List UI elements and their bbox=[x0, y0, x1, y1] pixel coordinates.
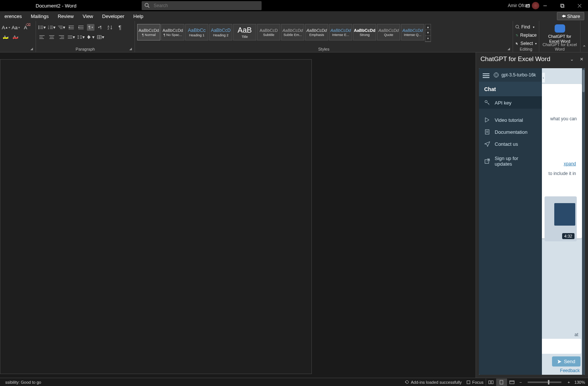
pane-menu-button[interactable]: ⌄ bbox=[570, 57, 574, 62]
svg-point-9 bbox=[38, 25, 39, 27]
print-layout-button[interactable] bbox=[496, 379, 507, 386]
pane-scrollbar[interactable] bbox=[582, 68, 585, 375]
zoom-out-button[interactable]: − bbox=[519, 380, 522, 385]
show-marks-button[interactable]: ¶ bbox=[116, 24, 124, 31]
svg-line-56 bbox=[487, 102, 489, 105]
svg-text:Z: Z bbox=[108, 27, 109, 30]
drawer-api-key[interactable]: API key bbox=[479, 97, 542, 109]
style-emphasis[interactable]: AaBbCcDdEmphasis bbox=[305, 24, 328, 40]
accessibility-status[interactable]: ssibility: Good to go bbox=[5, 380, 41, 385]
expand-link[interactable]: xpand bbox=[564, 161, 576, 166]
font-color-button[interactable]: A bbox=[12, 33, 19, 41]
pane-close-button[interactable]: ✕ bbox=[580, 57, 584, 62]
minimize-button[interactable] bbox=[536, 0, 554, 11]
svg-point-52 bbox=[516, 25, 519, 28]
font-dialog-launcher[interactable]: ◢ bbox=[30, 47, 34, 51]
svg-rect-6 bbox=[561, 4, 564, 7]
align-left-button[interactable] bbox=[38, 34, 46, 40]
find-button[interactable]: Find▾ bbox=[515, 23, 537, 31]
paragraph-dialog-launcher[interactable]: ◢ bbox=[129, 47, 133, 51]
align-right-button[interactable] bbox=[58, 34, 65, 40]
ribbon-display-button[interactable] bbox=[519, 0, 536, 11]
feedback-link[interactable]: Feedback bbox=[560, 368, 580, 373]
style-gallery[interactable]: AaBbCcDd¶ NormalAaBbCcDd¶ No Spac...AaBb… bbox=[137, 24, 510, 42]
gallery-scroll[interactable]: ▲▼▾ bbox=[425, 24, 431, 42]
search-box[interactable] bbox=[142, 1, 262, 10]
video-thumbnail[interactable]: 4:32 bbox=[545, 196, 577, 241]
align-center-button[interactable] bbox=[48, 34, 55, 40]
clear-format-button[interactable]: A⌫ bbox=[22, 24, 29, 31]
read-mode-button[interactable] bbox=[486, 379, 496, 386]
search-icon bbox=[145, 3, 150, 8]
tab-mailings[interactable]: Mailings bbox=[26, 11, 53, 21]
model-indicator[interactable]: gpt-3.5-turbo-16k bbox=[493, 72, 536, 78]
hamburger-icon[interactable] bbox=[483, 72, 489, 78]
style--normal[interactable]: AaBbCcDd¶ Normal bbox=[137, 24, 160, 40]
drawer-signup[interactable]: Sign up for updates bbox=[479, 155, 542, 167]
style-title[interactable]: AaBTitle bbox=[233, 24, 256, 40]
select-button[interactable]: Select▾ bbox=[515, 40, 537, 47]
increase-indent-button[interactable] bbox=[77, 24, 85, 31]
style-intense-e-[interactable]: AaBbCcDdIntense E... bbox=[329, 24, 352, 40]
rtl-button[interactable]: ¶ bbox=[97, 24, 104, 31]
style-intense-q-[interactable]: AaBbCcDdIntense Q... bbox=[401, 24, 424, 40]
styles-dialog-launcher[interactable]: ◢ bbox=[507, 47, 511, 51]
ltr-button[interactable]: ¶ bbox=[87, 24, 94, 31]
style-heading-2[interactable]: AaBbCcDHeading 2 bbox=[209, 24, 232, 40]
drawer-collapse-tab[interactable]: ‹ bbox=[542, 73, 545, 82]
line-spacing-button[interactable]: ▾ bbox=[77, 34, 85, 40]
style-strong[interactable]: AaBbCcDdStrong bbox=[353, 24, 376, 40]
external-link-icon bbox=[484, 158, 490, 164]
bullets-button[interactable]: ▾ bbox=[38, 24, 46, 31]
search-input[interactable] bbox=[153, 3, 259, 9]
sort-button[interactable]: AZ bbox=[106, 24, 114, 31]
tab-help[interactable]: Help bbox=[129, 11, 148, 21]
web-layout-button[interactable] bbox=[507, 379, 517, 386]
zoom-in-button[interactable]: + bbox=[567, 380, 570, 385]
maximize-button[interactable] bbox=[554, 0, 571, 11]
drawer-contact[interactable]: Contact us bbox=[479, 138, 542, 150]
document-page[interactable] bbox=[0, 59, 312, 374]
borders-button[interactable]: ▾ bbox=[97, 34, 104, 40]
highlight-button[interactable]: A bbox=[2, 33, 10, 41]
share-button[interactable]: Share bbox=[557, 12, 584, 20]
style-quote[interactable]: AaBbCcDdQuote bbox=[377, 24, 400, 40]
close-button[interactable] bbox=[571, 0, 588, 11]
send-button[interactable]: Send bbox=[552, 356, 581, 367]
tab-developer[interactable]: Developer bbox=[98, 11, 129, 21]
zoom-slider[interactable] bbox=[528, 382, 561, 383]
play-icon bbox=[484, 117, 490, 123]
tab-references[interactable]: erences bbox=[0, 11, 26, 21]
style-subtitle[interactable]: AaBbCcDSubtitle bbox=[257, 24, 280, 40]
style--no-spac-[interactable]: AaBbCcDd¶ No Spac... bbox=[161, 24, 184, 40]
ribbon-tabs: erences Mailings Review View Developer H… bbox=[0, 11, 588, 21]
svg-rect-64 bbox=[491, 381, 493, 384]
chat-bubble-icon bbox=[555, 24, 565, 33]
grow-font-button[interactable]: A▲ bbox=[2, 24, 10, 31]
justify-button[interactable]: ▾ bbox=[67, 34, 75, 40]
focus-button[interactable]: Focus bbox=[466, 380, 483, 385]
style-subtle-em-[interactable]: AaBbCcDdSubtle Em... bbox=[281, 24, 304, 40]
drawer-video[interactable]: Video tutorial bbox=[479, 114, 542, 126]
chatgpt-ribbon-button[interactable]: ChatGPT for Excel Word ChatGPT for Excel… bbox=[539, 21, 581, 52]
numbering-button[interactable]: 123▾ bbox=[48, 24, 55, 31]
intro-text-2: to include it in bbox=[549, 171, 576, 176]
shading-button[interactable]: ▾ bbox=[87, 34, 94, 40]
svg-line-1 bbox=[148, 6, 150, 8]
multilevel-button[interactable]: ▾ bbox=[58, 24, 65, 31]
tab-view[interactable]: View bbox=[78, 11, 98, 21]
svg-text:¶: ¶ bbox=[100, 25, 102, 30]
drawer-docs[interactable]: Documentation bbox=[479, 126, 542, 138]
addins-status[interactable]: Add-ins loaded successfully bbox=[405, 380, 462, 385]
tab-review[interactable]: Review bbox=[53, 11, 78, 21]
style-heading-1[interactable]: AaBbCcHeading 1 bbox=[185, 24, 208, 40]
drawer-chat[interactable]: Chat bbox=[479, 82, 542, 97]
decrease-indent-button[interactable] bbox=[67, 24, 75, 31]
collapse-ribbon-button[interactable]: ⌃ bbox=[581, 21, 588, 52]
change-case-button[interactable]: Aa bbox=[12, 24, 19, 31]
editing-label: Editing bbox=[513, 47, 539, 51]
video-duration: 4:32 bbox=[562, 233, 575, 239]
zoom-level[interactable]: 130% bbox=[575, 380, 585, 385]
paragraph-label: Paragraph bbox=[36, 47, 135, 51]
replace-button[interactable]: Replace bbox=[515, 31, 537, 39]
